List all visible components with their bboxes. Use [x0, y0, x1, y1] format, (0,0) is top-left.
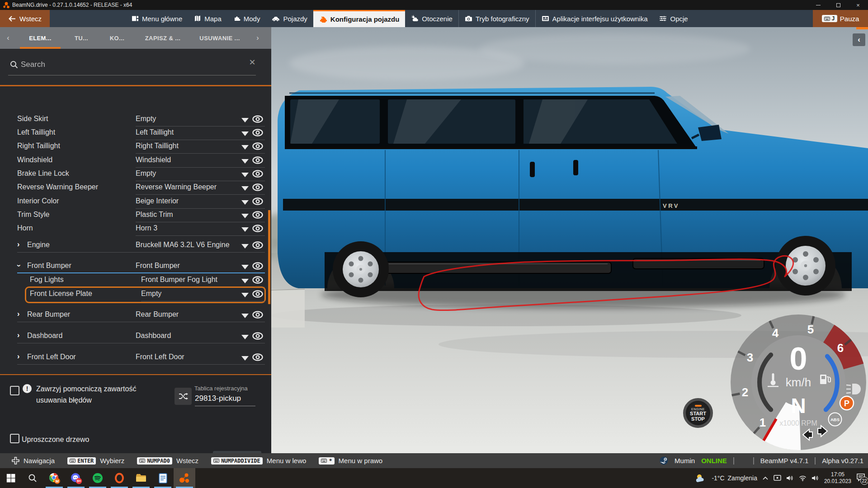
debug-checkbox[interactable] [10, 386, 19, 395]
simple-tree-checkbox[interactable] [10, 434, 19, 443]
visibility-eye-icon[interactable] [252, 225, 263, 234]
dropdown-caret-icon[interactable] [241, 200, 249, 205]
taskbar-file-explorer[interactable] [130, 468, 152, 488]
visibility-eye-icon[interactable] [252, 115, 263, 125]
expand-chevron-icon[interactable]: › [17, 352, 19, 361]
taskbar-origin[interactable] [108, 468, 130, 488]
visibility-eye-icon[interactable] [252, 183, 263, 193]
visibility-eye-icon[interactable] [252, 211, 263, 221]
action-center-button[interactable]: 22 [856, 473, 865, 483]
engine-start-stop-button[interactable]: ENGINE START STOP [683, 398, 713, 428]
dropdown-caret-icon[interactable] [241, 293, 249, 297]
dropdown-caret-icon[interactable] [241, 335, 249, 339]
dropdown-caret-icon[interactable] [241, 265, 249, 269]
taskbar-beamng-active[interactable] [174, 468, 195, 488]
menu-item-photo-mode[interactable]: Tryb fotograficzny [458, 10, 535, 27]
taskbar-clock[interactable]: 17:05 20.01.2023 [824, 471, 851, 485]
right-panel-collapse-chevron[interactable]: ‹ [853, 33, 865, 46]
tab-tuning[interactable]: TU... [64, 27, 99, 49]
part-dropdown[interactable]: Empty [136, 115, 156, 123]
tab-debug[interactable]: USUWANIE ... [190, 27, 250, 49]
menu-item-ui-apps[interactable]: Aplikacje interfejsu użytkownika [535, 10, 654, 27]
tray-expand-chevron-icon[interactable] [762, 476, 769, 480]
expand-chevron-icon[interactable]: › [17, 310, 19, 318]
visibility-eye-icon[interactable] [252, 332, 263, 342]
expand-chevron-icon[interactable]: › [17, 240, 19, 249]
menu-item-options[interactable]: Opcje [653, 10, 693, 27]
taskbar-writer-document[interactable] [152, 468, 174, 488]
visibility-eye-icon[interactable] [252, 262, 263, 272]
menu-item-mods[interactable]: Mody [227, 10, 266, 27]
visibility-eye-icon[interactable] [252, 290, 263, 300]
start-button[interactable] [0, 468, 22, 488]
weather-widget[interactable]: -1°C Zamglenia [712, 474, 757, 482]
part-dropdown[interactable]: Horn 3 [136, 224, 157, 232]
part-dropdown[interactable]: Right Taillight [136, 142, 179, 150]
minimize-button[interactable] [808, 0, 828, 10]
dropdown-caret-icon[interactable] [241, 314, 249, 318]
part-dropdown[interactable]: Reverse Warning Beeper [136, 183, 217, 191]
visibility-eye-icon[interactable] [252, 197, 263, 207]
part-dropdown[interactable]: Left Taillight [136, 128, 174, 136]
menu-item-main-menu[interactable]: Menu główne [126, 10, 188, 27]
license-plate-input[interactable] [195, 394, 255, 406]
tab-color[interactable]: KO... [99, 27, 136, 49]
visibility-eye-icon[interactable] [252, 353, 263, 363]
dropdown-caret-icon[interactable] [241, 159, 249, 164]
part-dropdown[interactable]: Beige Interior [136, 197, 179, 205]
visibility-eye-icon[interactable] [252, 142, 263, 152]
pause-button[interactable]: J Pauza [813, 10, 868, 27]
taskbar-chrome[interactable]: M [43, 468, 65, 488]
tabs-scroll-left-chevron[interactable]: ‹ [0, 34, 16, 42]
dropdown-caret-icon[interactable] [241, 131, 249, 136]
randomize-plate-button[interactable] [175, 388, 192, 405]
menu-item-environment[interactable]: Otoczenie [405, 10, 458, 27]
taskbar-search-button[interactable] [22, 468, 43, 488]
back-button[interactable]: Wstecz [0, 10, 50, 27]
tray-wifi-icon[interactable] [799, 475, 807, 481]
part-dropdown[interactable]: Front Left Door [136, 353, 184, 361]
taskbar-spotify[interactable] [87, 468, 108, 488]
taskbar-discord[interactable]: 9+ [65, 468, 87, 488]
tab-parts[interactable]: ELEM... [16, 27, 64, 49]
part-dropdown[interactable]: Windshield [136, 156, 171, 164]
menu-item-map[interactable]: Mapa [188, 10, 227, 27]
part-dropdown[interactable]: Dashboard [136, 332, 171, 340]
part-dropdown[interactable]: Front Bumper [136, 262, 180, 270]
part-dropdown[interactable]: Rear Bumper [136, 310, 179, 319]
part-dropdown[interactable]: Front Bumper Fog Light [141, 276, 217, 284]
visibility-eye-icon[interactable] [252, 276, 263, 286]
visibility-eye-icon[interactable] [252, 311, 263, 320]
tray-display-icon[interactable] [774, 475, 781, 481]
dropdown-caret-icon[interactable] [241, 356, 249, 361]
menu-item-vehicles[interactable]: Pojazdy [266, 10, 313, 27]
visibility-eye-icon[interactable] [252, 241, 263, 251]
dropdown-caret-icon[interactable] [241, 227, 249, 232]
tab-save-load[interactable]: ZAPISZ & ... [136, 27, 190, 49]
part-dropdown[interactable]: Bruckell MA6 3.2L V6 Engine [136, 241, 230, 249]
game-viewport[interactable]: VRV [271, 27, 868, 453]
close-button[interactable]: × [848, 0, 868, 10]
dropdown-caret-icon[interactable] [241, 118, 249, 122]
dropdown-caret-icon[interactable] [241, 244, 249, 249]
part-dropdown[interactable]: Empty [141, 290, 161, 298]
dropdown-caret-icon[interactable] [241, 186, 249, 191]
tray-speaker2-icon[interactable] [811, 475, 819, 481]
part-dropdown[interactable]: Empty [136, 169, 156, 178]
maximize-button[interactable] [828, 0, 848, 10]
visibility-eye-icon[interactable] [252, 156, 263, 166]
dropdown-caret-icon[interactable] [241, 214, 249, 218]
visibility-eye-icon[interactable] [252, 129, 263, 138]
search-clear-icon[interactable]: ✕ [247, 57, 258, 68]
collapse-chevron-icon[interactable]: › [15, 264, 23, 267]
part-dropdown[interactable]: Plastic Trim [136, 211, 173, 219]
search-input[interactable] [21, 58, 229, 71]
menu-item-vehicle-config[interactable]: Konfiguracja pojazdu [313, 10, 406, 27]
panel-scrollbar[interactable] [268, 210, 270, 304]
expand-chevron-icon[interactable]: › [17, 331, 19, 339]
dropdown-caret-icon[interactable] [241, 173, 249, 177]
dropdown-caret-icon[interactable] [241, 279, 249, 283]
tabs-scroll-right-chevron[interactable]: › [250, 34, 266, 42]
visibility-eye-icon[interactable] [252, 170, 263, 179]
dropdown-caret-icon[interactable] [241, 145, 249, 150]
